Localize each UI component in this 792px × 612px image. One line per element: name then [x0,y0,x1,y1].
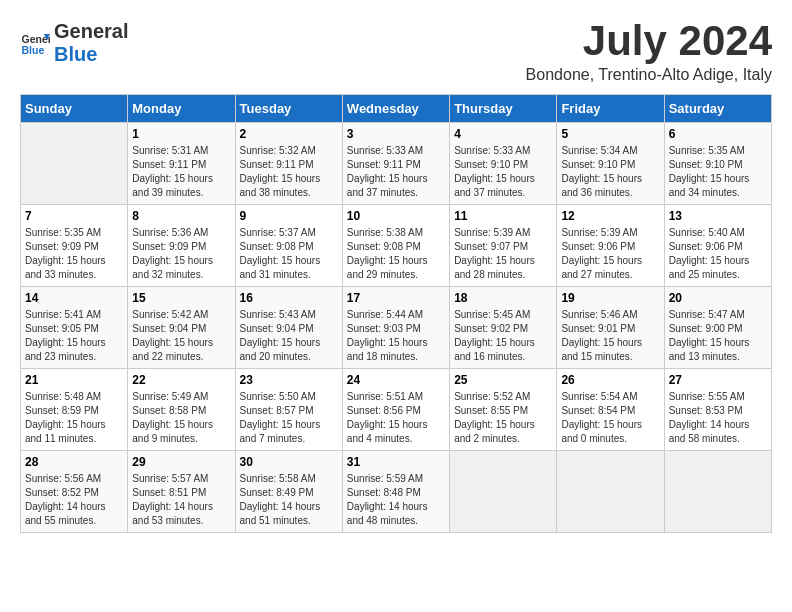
calendar-week-row: 1Sunrise: 5:31 AM Sunset: 9:11 PM Daylig… [21,123,772,205]
calendar-cell: 21Sunrise: 5:48 AM Sunset: 8:59 PM Dayli… [21,369,128,451]
day-number: 3 [347,127,445,141]
calendar-body: 1Sunrise: 5:31 AM Sunset: 9:11 PM Daylig… [21,123,772,533]
logo-blue: Blue [54,43,97,65]
day-number: 20 [669,291,767,305]
day-number: 4 [454,127,552,141]
day-number: 22 [132,373,230,387]
day-number: 11 [454,209,552,223]
day-info: Sunrise: 5:52 AM Sunset: 8:55 PM Dayligh… [454,390,552,446]
day-number: 9 [240,209,338,223]
day-number: 29 [132,455,230,469]
calendar-cell: 25Sunrise: 5:52 AM Sunset: 8:55 PM Dayli… [450,369,557,451]
day-info: Sunrise: 5:46 AM Sunset: 9:01 PM Dayligh… [561,308,659,364]
day-number: 17 [347,291,445,305]
day-info: Sunrise: 5:56 AM Sunset: 8:52 PM Dayligh… [25,472,123,528]
day-header-tuesday: Tuesday [235,95,342,123]
calendar-cell: 28Sunrise: 5:56 AM Sunset: 8:52 PM Dayli… [21,451,128,533]
calendar-cell: 1Sunrise: 5:31 AM Sunset: 9:11 PM Daylig… [128,123,235,205]
calendar-cell: 18Sunrise: 5:45 AM Sunset: 9:02 PM Dayli… [450,287,557,369]
day-info: Sunrise: 5:47 AM Sunset: 9:00 PM Dayligh… [669,308,767,364]
calendar-cell: 8Sunrise: 5:36 AM Sunset: 9:09 PM Daylig… [128,205,235,287]
calendar-cell: 5Sunrise: 5:34 AM Sunset: 9:10 PM Daylig… [557,123,664,205]
day-info: Sunrise: 5:54 AM Sunset: 8:54 PM Dayligh… [561,390,659,446]
day-info: Sunrise: 5:31 AM Sunset: 9:11 PM Dayligh… [132,144,230,200]
day-info: Sunrise: 5:39 AM Sunset: 9:06 PM Dayligh… [561,226,659,282]
day-number: 14 [25,291,123,305]
title-area: July 2024 Bondone, Trentino-Alto Adige, … [526,20,772,84]
calendar-cell: 29Sunrise: 5:57 AM Sunset: 8:51 PM Dayli… [128,451,235,533]
day-number: 15 [132,291,230,305]
calendar-cell [21,123,128,205]
day-info: Sunrise: 5:42 AM Sunset: 9:04 PM Dayligh… [132,308,230,364]
day-number: 8 [132,209,230,223]
calendar-cell: 19Sunrise: 5:46 AM Sunset: 9:01 PM Dayli… [557,287,664,369]
calendar-week-row: 28Sunrise: 5:56 AM Sunset: 8:52 PM Dayli… [21,451,772,533]
calendar-cell: 26Sunrise: 5:54 AM Sunset: 8:54 PM Dayli… [557,369,664,451]
header: General Blue General Blue July 2024 Bond… [20,20,772,84]
day-header-sunday: Sunday [21,95,128,123]
calendar-table: SundayMondayTuesdayWednesdayThursdayFrid… [20,94,772,533]
calendar-cell: 23Sunrise: 5:50 AM Sunset: 8:57 PM Dayli… [235,369,342,451]
day-number: 12 [561,209,659,223]
calendar-week-row: 7Sunrise: 5:35 AM Sunset: 9:09 PM Daylig… [21,205,772,287]
day-info: Sunrise: 5:36 AM Sunset: 9:09 PM Dayligh… [132,226,230,282]
day-info: Sunrise: 5:55 AM Sunset: 8:53 PM Dayligh… [669,390,767,446]
calendar-cell: 31Sunrise: 5:59 AM Sunset: 8:48 PM Dayli… [342,451,449,533]
calendar-cell [557,451,664,533]
day-info: Sunrise: 5:40 AM Sunset: 9:06 PM Dayligh… [669,226,767,282]
day-info: Sunrise: 5:33 AM Sunset: 9:10 PM Dayligh… [454,144,552,200]
calendar-week-row: 14Sunrise: 5:41 AM Sunset: 9:05 PM Dayli… [21,287,772,369]
day-info: Sunrise: 5:59 AM Sunset: 8:48 PM Dayligh… [347,472,445,528]
day-info: Sunrise: 5:57 AM Sunset: 8:51 PM Dayligh… [132,472,230,528]
day-number: 6 [669,127,767,141]
day-info: Sunrise: 5:34 AM Sunset: 9:10 PM Dayligh… [561,144,659,200]
calendar-cell: 6Sunrise: 5:35 AM Sunset: 9:10 PM Daylig… [664,123,771,205]
day-number: 24 [347,373,445,387]
day-info: Sunrise: 5:45 AM Sunset: 9:02 PM Dayligh… [454,308,552,364]
svg-text:Blue: Blue [22,44,45,56]
day-header-thursday: Thursday [450,95,557,123]
calendar-cell: 9Sunrise: 5:37 AM Sunset: 9:08 PM Daylig… [235,205,342,287]
day-info: Sunrise: 5:44 AM Sunset: 9:03 PM Dayligh… [347,308,445,364]
calendar-cell: 17Sunrise: 5:44 AM Sunset: 9:03 PM Dayli… [342,287,449,369]
calendar-cell: 16Sunrise: 5:43 AM Sunset: 9:04 PM Dayli… [235,287,342,369]
calendar-header-row: SundayMondayTuesdayWednesdayThursdayFrid… [21,95,772,123]
month-title: July 2024 [526,20,772,62]
day-info: Sunrise: 5:50 AM Sunset: 8:57 PM Dayligh… [240,390,338,446]
day-number: 26 [561,373,659,387]
day-number: 31 [347,455,445,469]
calendar-cell: 4Sunrise: 5:33 AM Sunset: 9:10 PM Daylig… [450,123,557,205]
day-number: 25 [454,373,552,387]
calendar-cell: 11Sunrise: 5:39 AM Sunset: 9:07 PM Dayli… [450,205,557,287]
day-number: 10 [347,209,445,223]
day-info: Sunrise: 5:33 AM Sunset: 9:11 PM Dayligh… [347,144,445,200]
day-number: 2 [240,127,338,141]
day-info: Sunrise: 5:51 AM Sunset: 8:56 PM Dayligh… [347,390,445,446]
day-number: 27 [669,373,767,387]
day-number: 18 [454,291,552,305]
day-info: Sunrise: 5:58 AM Sunset: 8:49 PM Dayligh… [240,472,338,528]
day-number: 7 [25,209,123,223]
day-header-wednesday: Wednesday [342,95,449,123]
location-title: Bondone, Trentino-Alto Adige, Italy [526,66,772,84]
calendar-cell: 27Sunrise: 5:55 AM Sunset: 8:53 PM Dayli… [664,369,771,451]
calendar-cell [450,451,557,533]
day-number: 30 [240,455,338,469]
calendar-cell: 14Sunrise: 5:41 AM Sunset: 9:05 PM Dayli… [21,287,128,369]
logo: General Blue General Blue [20,20,128,66]
day-info: Sunrise: 5:43 AM Sunset: 9:04 PM Dayligh… [240,308,338,364]
logo-general: General [54,20,128,43]
day-number: 21 [25,373,123,387]
calendar-cell: 15Sunrise: 5:42 AM Sunset: 9:04 PM Dayli… [128,287,235,369]
day-number: 5 [561,127,659,141]
day-header-friday: Friday [557,95,664,123]
day-info: Sunrise: 5:37 AM Sunset: 9:08 PM Dayligh… [240,226,338,282]
day-info: Sunrise: 5:41 AM Sunset: 9:05 PM Dayligh… [25,308,123,364]
day-number: 19 [561,291,659,305]
day-info: Sunrise: 5:35 AM Sunset: 9:09 PM Dayligh… [25,226,123,282]
calendar-week-row: 21Sunrise: 5:48 AM Sunset: 8:59 PM Dayli… [21,369,772,451]
day-info: Sunrise: 5:38 AM Sunset: 9:08 PM Dayligh… [347,226,445,282]
day-number: 1 [132,127,230,141]
calendar-cell: 22Sunrise: 5:49 AM Sunset: 8:58 PM Dayli… [128,369,235,451]
calendar-cell: 3Sunrise: 5:33 AM Sunset: 9:11 PM Daylig… [342,123,449,205]
